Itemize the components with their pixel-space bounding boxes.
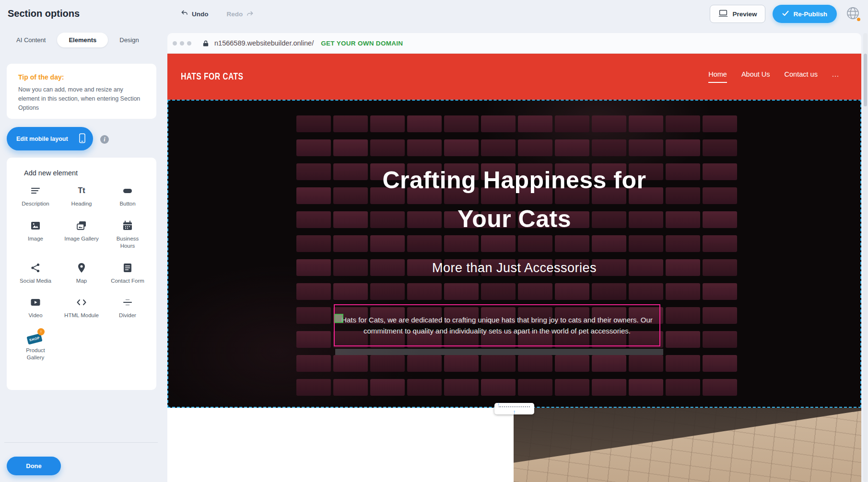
- hero-tile: [703, 115, 737, 132]
- hero-subheading[interactable]: More than Just Accessories: [168, 261, 860, 275]
- check-icon: [782, 11, 789, 18]
- hero-heading[interactable]: Crafting Happiness for Your Cats: [168, 161, 860, 239]
- edit-mobile-label: Edit mobile layout: [16, 136, 68, 142]
- tip-body: Now you can add, move and resize any ele…: [18, 85, 142, 112]
- tab-design[interactable]: Design: [119, 33, 139, 47]
- undo-label: Undo: [192, 11, 209, 18]
- tip-of-the-day-card: Tip of the day: Now you can add, move an…: [7, 64, 156, 119]
- edit-mobile-layout-button[interactable]: Edit mobile layout: [7, 127, 93, 150]
- preview-label: Preview: [732, 11, 757, 18]
- window-dot: [180, 41, 184, 46]
- element-label: HTML Module: [64, 312, 99, 320]
- hero-tile: [518, 355, 552, 372]
- scrollbar-thumb[interactable]: [864, 54, 867, 106]
- hero-tile: [555, 283, 589, 300]
- nav-more-menu[interactable]: ...: [832, 70, 839, 83]
- add-element-heading[interactable]: Heading: [59, 184, 105, 208]
- site-logo[interactable]: HATS FOR CATS: [181, 71, 244, 82]
- get-domain-link[interactable]: GET YOUR OWN DOMAIN: [321, 40, 403, 47]
- selected-paragraph-element[interactable]: Hats for Cats, we are dedicated to craft…: [334, 304, 660, 346]
- monitor-icon: [718, 9, 728, 19]
- add-element-video[interactable]: Video: [12, 296, 59, 320]
- history-controls: Undo Redo: [177, 0, 257, 28]
- preview-button[interactable]: Preview: [710, 5, 765, 23]
- hero-tile: [555, 115, 589, 132]
- sidebar-tabs: AI Content Elements Design: [16, 33, 139, 47]
- add-element-map[interactable]: Map: [59, 262, 105, 285]
- window-controls: [173, 41, 191, 46]
- vertical-scrollbar[interactable]: [863, 33, 868, 482]
- add-element-button[interactable]: Button: [105, 184, 151, 208]
- add-element-image-gallery[interactable]: Image Gallery: [59, 219, 105, 250]
- hero-tile: [333, 379, 368, 396]
- add-element-product-gallery[interactable]: SHOP Product Gallery: [12, 331, 59, 362]
- undo-button[interactable]: Undo: [177, 9, 211, 19]
- republish-button[interactable]: Re-Publish: [773, 5, 837, 23]
- add-element-description[interactable]: Description: [12, 184, 59, 208]
- hero-tile: [703, 139, 737, 156]
- element-resize-handle[interactable]: [334, 314, 343, 323]
- hero-tile: [666, 355, 700, 372]
- tab-ai-content[interactable]: AI Content: [16, 33, 46, 47]
- premium-badge-icon: [37, 328, 45, 335]
- social-media-icon: [30, 262, 41, 274]
- add-element-social-media[interactable]: Social Media: [12, 262, 59, 285]
- language-globe-button[interactable]: [844, 5, 861, 23]
- element-label: Video: [28, 312, 42, 320]
- info-icon[interactable]: [100, 135, 109, 144]
- add-element-divider[interactable]: Divider: [105, 296, 151, 320]
- nav-item-about-us[interactable]: About Us: [741, 70, 770, 83]
- element-grid: Description Heading Button Image: [7, 177, 156, 362]
- hero-section-selected[interactable]: Crafting Happiness for Your Cats More th…: [167, 100, 861, 408]
- hero-tile: [296, 379, 331, 396]
- element-label: Map: [76, 277, 87, 285]
- hero-tile: [370, 283, 405, 300]
- hero-tile: [555, 379, 589, 396]
- add-element-title: Add new element: [7, 158, 156, 177]
- section-resize-handle[interactable]: [494, 403, 534, 414]
- window-dot: [173, 41, 177, 46]
- hero-tile: [703, 331, 737, 348]
- product-gallery-icon: SHOP: [27, 331, 44, 344]
- site-header: HATS FOR CATS Home About Us Contact us .…: [167, 54, 861, 100]
- hero-paragraph: Hats for Cats, we are dedicated to craft…: [339, 314, 656, 337]
- add-element-image[interactable]: Image: [12, 219, 59, 250]
- hero-tile: [629, 283, 663, 300]
- phone-icon: [79, 133, 85, 145]
- hero-tile: [629, 139, 663, 156]
- hero-tile: [296, 115, 331, 132]
- hero-tile: [592, 355, 626, 372]
- hero-tile: [666, 379, 700, 396]
- element-label: Contact Form: [111, 277, 144, 285]
- hero-tile: [407, 379, 442, 396]
- pavement-photo: [514, 408, 861, 482]
- hero-tile: [296, 331, 331, 348]
- redo-icon: [246, 10, 254, 18]
- hero-tile: [481, 139, 516, 156]
- heading-icon: [78, 184, 85, 197]
- add-element-contact-form[interactable]: Contact Form: [105, 262, 151, 285]
- nav-item-home[interactable]: Home: [708, 70, 727, 83]
- hero-tile: [703, 379, 737, 396]
- hero-tile: [333, 139, 368, 156]
- hero-tile: [296, 139, 331, 156]
- hero-tile: [666, 139, 700, 156]
- hero-tile: [481, 115, 516, 132]
- hero-tile: [518, 139, 552, 156]
- window-dot: [187, 41, 191, 46]
- tab-elements[interactable]: Elements: [57, 33, 108, 47]
- hero-tile: [407, 283, 442, 300]
- site-nav: Home About Us Contact us ...: [708, 54, 839, 100]
- done-button[interactable]: Done: [7, 457, 61, 475]
- arrow-up-icon: [513, 408, 516, 415]
- hero-tile: [296, 307, 331, 324]
- add-element-html-module[interactable]: HTML Module: [59, 296, 105, 320]
- redo-button[interactable]: Redo: [224, 10, 258, 19]
- hero-tile: [370, 115, 405, 132]
- hero-tile: [666, 331, 700, 348]
- hero-tile: [370, 355, 405, 372]
- nav-item-contact-us[interactable]: Contact us: [785, 70, 818, 83]
- hero-tile: [481, 355, 516, 372]
- hero-tile: [407, 139, 442, 156]
- add-element-business-hours[interactable]: Business Hours: [105, 219, 151, 250]
